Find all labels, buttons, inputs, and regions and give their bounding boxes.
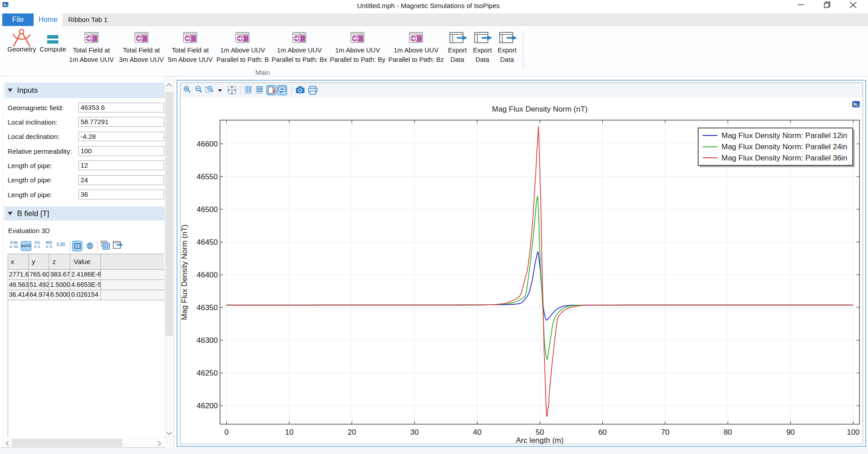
svg-text:70: 70 <box>661 428 669 437</box>
svg-text:100: 100 <box>847 428 859 437</box>
svg-text:Mag Flux Density Norm (nT): Mag Flux Density Norm (nT) <box>492 105 587 113</box>
svg-text:46550: 46550 <box>197 173 218 181</box>
svg-text:60: 60 <box>598 428 607 437</box>
svg-text:Mag Flux Density Norm: Paralle: Mag Flux Density Norm: Parallel 36in <box>721 154 847 162</box>
svg-text:20: 20 <box>348 428 356 437</box>
svg-text:46250: 46250 <box>197 369 218 377</box>
svg-text:0: 0 <box>225 428 229 437</box>
svg-text:40: 40 <box>473 428 481 437</box>
svg-text:50: 50 <box>535 428 544 437</box>
svg-text:90: 90 <box>786 428 795 437</box>
svg-text:Mag Flux Density Norm: Paralle: Mag Flux Density Norm: Parallel 24in <box>721 143 847 151</box>
svg-text:46400: 46400 <box>197 271 218 279</box>
svg-text:46600: 46600 <box>197 140 218 148</box>
svg-text:Mag Flux Density Norm: Paralle: Mag Flux Density Norm: Parallel 12in <box>721 131 847 140</box>
svg-text:46350: 46350 <box>197 303 218 312</box>
svg-text:10: 10 <box>285 428 294 437</box>
svg-text:30: 30 <box>410 428 419 437</box>
svg-text:46300: 46300 <box>197 336 218 345</box>
svg-text:80: 80 <box>724 428 732 437</box>
svg-text:Mag Flux Density Norm (nT): Mag Flux Density Norm (nT) <box>180 225 189 320</box>
svg-text:46200: 46200 <box>197 402 218 410</box>
svg-text:46500: 46500 <box>197 205 218 214</box>
svg-text:Arc length (m): Arc length (m) <box>516 436 564 445</box>
svg-text:46450: 46450 <box>197 238 218 246</box>
